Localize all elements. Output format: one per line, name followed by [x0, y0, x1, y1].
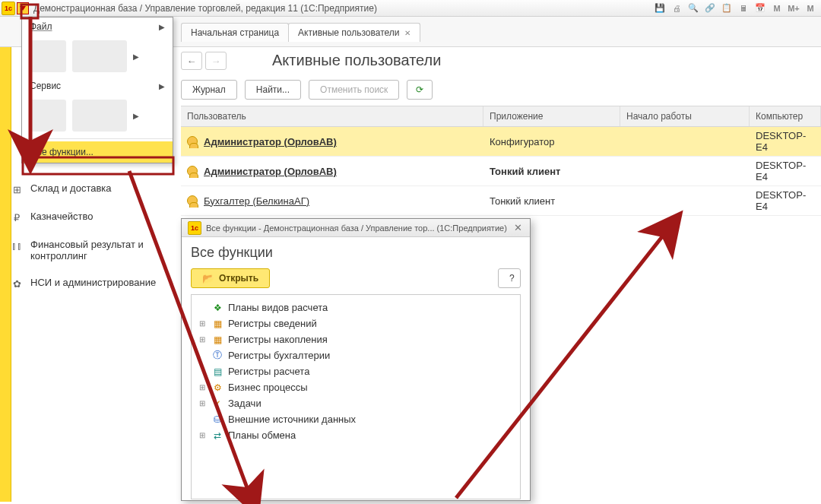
section-color-band [0, 47, 11, 502]
gear-icon: ✿ [11, 277, 23, 290]
open-button[interactable]: 📂Открыть [191, 268, 270, 288]
sidebar-item-admin[interactable]: ✿ НСИ и администрирование [0, 269, 173, 297]
main-dropdown-menu: Файл▶ ▶ Сервис▶ ▶ Все функции... [21, 17, 173, 163]
refresh-icon: ⟳ [416, 84, 423, 95]
tab-active-users[interactable]: Активные пользователи✕ [288, 23, 420, 42]
chevron-down-icon [20, 6, 26, 11]
tree-node-icon: ▤ [211, 366, 223, 377]
tree-node-label: Бизнес процессы [228, 382, 308, 393]
link-icon[interactable]: 🔗 [704, 2, 716, 14]
menu-placeholder [72, 100, 127, 132]
user-icon [187, 136, 198, 147]
sidebar: ⊞ Склад и доставка ₽ Казначейство ⫿⫿ Фин… [0, 175, 173, 297]
help-button[interactable]: ? [498, 268, 521, 288]
col-computer[interactable]: Компьютер [750, 106, 821, 126]
calendar-icon[interactable]: 📅 [754, 2, 766, 14]
tree-node[interactable]: ⊞⚙Бизнес процессы [195, 379, 517, 395]
ruble-icon: ₽ [11, 211, 23, 223]
calc-icon[interactable]: 🖩 [737, 2, 750, 14]
close-icon[interactable]: ✕ [511, 222, 525, 233]
col-user[interactable]: Пользователь [181, 106, 483, 126]
sidebar-item-label: Казначейство [30, 211, 93, 222]
chevron-right-icon: ▶ [159, 82, 165, 90]
chevron-right-icon: ▶ [133, 112, 139, 120]
main-menu-dropdown-button[interactable] [17, 2, 29, 14]
tree-node-icon: ⚙ [211, 382, 223, 393]
chart-icon: ⫿⫿ [11, 239, 23, 252]
page-title: Активные пользователи [181, 52, 821, 77]
expand-icon[interactable]: ⊞ [198, 383, 207, 391]
functions-tree[interactable]: ❖Планы видов расчета⊞▦Регистры сведений⊞… [191, 294, 521, 499]
tree-node-icon: Ⓣ [211, 350, 223, 361]
app-logo: 1c [188, 221, 201, 235]
mplus-memory-icon[interactable]: M+ [788, 2, 800, 14]
tree-node-icon: ❖ [211, 303, 223, 313]
table-row[interactable]: Администратор (ОрловАВ) Конфигуратор DES… [181, 127, 821, 157]
dialog-heading: Все функции [191, 245, 521, 261]
folder-open-icon: 📂 [202, 273, 214, 284]
print-icon[interactable]: 🖨 [670, 2, 683, 14]
sidebar-item-treasury[interactable]: ₽ Казначейство [0, 203, 173, 231]
m-memory-icon[interactable]: M [771, 2, 783, 14]
tree-node-label: Регистры бухгалтерии [228, 350, 330, 361]
window-title: Демонстрационная база / Управление торго… [33, 3, 654, 14]
sidebar-item-finance[interactable]: ⫿⫿ Финансовый результат и контроллинг [0, 231, 173, 269]
sidebar-item-label: Финансовый результат и контроллинг [30, 239, 163, 262]
journal-button[interactable]: Журнал [181, 80, 237, 100]
tree-node-label: Регистры расчета [228, 366, 309, 377]
app-logo: 1c [2, 2, 15, 15]
chevron-right-icon: ▶ [159, 23, 165, 31]
menu-item-file[interactable]: Файл▶ [22, 17, 173, 36]
expand-icon[interactable]: ⊞ [198, 431, 207, 439]
all-functions-dialog: 1c Все функции - Демонстрационная база /… [181, 218, 531, 501]
col-start[interactable]: Начало работы [620, 106, 750, 126]
find-button[interactable]: Найти... [245, 80, 301, 100]
tree-node[interactable]: ⓉРегистры бухгалтерии [195, 347, 517, 363]
menu-placeholder [30, 100, 66, 132]
menu-placeholder [72, 40, 127, 72]
chevron-right-icon: ▶ [133, 52, 139, 61]
tree-node-icon: ⛁ [211, 414, 223, 425]
tree-node-label: Задачи [228, 398, 262, 409]
user-icon [187, 166, 198, 176]
tree-node[interactable]: ⊞▦Регистры накопления [195, 331, 517, 347]
tree-node-label: Планы видов расчета [228, 302, 328, 313]
menu-item-all-functions[interactable]: Все функции... [22, 141, 173, 163]
nav-back-button[interactable]: ← [181, 52, 202, 70]
search-icon[interactable]: 🔍 [687, 2, 699, 14]
tree-node-icon: ✓ [211, 398, 223, 409]
nav-forward-button[interactable]: → [205, 52, 227, 70]
close-icon[interactable]: ✕ [404, 29, 410, 37]
table-header: Пользователь Приложение Начало работы Ко… [181, 106, 821, 127]
expand-icon[interactable]: ⊞ [198, 335, 207, 344]
tree-node[interactable]: ⛁Внешние источники данных [195, 411, 517, 427]
table-row[interactable]: Администратор (ОрловАВ) Тонкий клиент DE… [181, 157, 821, 186]
tree-node-icon: ⇄ [211, 430, 223, 441]
save-icon[interactable]: 💾 [654, 2, 666, 14]
tree-node-icon: ▦ [211, 319, 223, 329]
table-row[interactable]: Бухгалтер (БелкинаАГ) Тонкий клиент DESK… [181, 186, 821, 216]
dialog-title: Все функции - Демонстрационная база / Уп… [206, 223, 507, 233]
warehouse-icon: ⊞ [11, 183, 23, 195]
tree-node[interactable]: ❖Планы видов расчета [195, 300, 517, 315]
sidebar-item-label: НСИ и администрирование [30, 277, 156, 288]
tab-start-page[interactable]: Начальная страница [181, 23, 289, 42]
expand-icon[interactable]: ⊞ [198, 399, 207, 407]
tree-node[interactable]: ⊞✓Задачи [195, 395, 517, 411]
menu-item-service[interactable]: Сервис▶ [22, 77, 173, 95]
tree-node[interactable]: ⊞▦Регистры сведений [195, 315, 517, 331]
tree-node-label: Планы обмена [228, 430, 296, 441]
tree-node[interactable]: ▤Регистры расчета [195, 363, 517, 379]
cancel-search-button[interactable]: Отменить поиск [309, 80, 399, 100]
tree-node-label: Внешние источники данных [228, 414, 356, 425]
expand-icon[interactable]: ⊞ [198, 319, 207, 328]
m-memory-icon-2[interactable]: M [804, 2, 816, 14]
refresh-button[interactable]: ⟳ [407, 80, 433, 100]
tree-node[interactable]: ⊞⇄Планы обмена [195, 427, 517, 443]
user-icon [187, 195, 198, 206]
sidebar-item-warehouse[interactable]: ⊞ Склад и доставка [0, 175, 173, 203]
sidebar-item-label: Склад и доставка [30, 182, 112, 194]
col-app[interactable]: Приложение [483, 106, 620, 126]
tree-node-icon: ▦ [211, 334, 223, 345]
clipboard-icon[interactable]: 📋 [721, 2, 733, 14]
